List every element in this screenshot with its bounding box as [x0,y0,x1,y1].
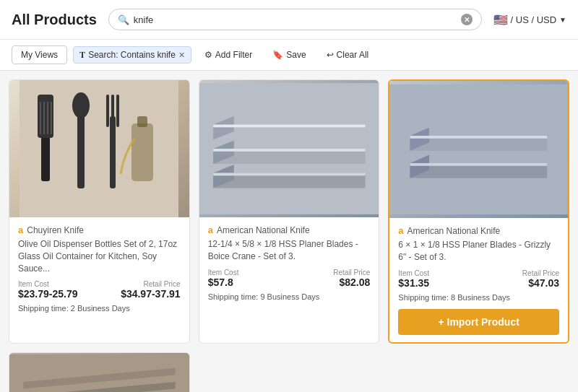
product-image [389,81,568,218]
import-product-button[interactable]: + Import Product [398,309,559,335]
svg-rect-28 [410,163,548,166]
product-image-partial [9,353,189,392]
svg-rect-31 [410,136,548,139]
amazon-icon: a [208,225,213,235]
svg-rect-13 [131,123,153,181]
filter-chip-label: Search: Contains knife [88,50,176,60]
chevron-down-icon: ▼ [559,16,566,24]
svg-rect-12 [116,95,119,127]
svg-point-8 [72,92,90,118]
pricing-row: Item Cost $23.79-25.79 Retail Price $34.… [18,280,181,300]
search-input[interactable] [134,14,457,25]
item-cost-value: $57.8 [208,276,239,288]
add-filter-button[interactable]: ⚙ Add Filter [197,46,259,64]
amazon-icon: a [18,225,23,235]
filter-chip[interactable]: 𝐓 Search: Contains knife ✕ [73,46,191,64]
item-cost-label: Item Cost [208,269,239,276]
locale-selector[interactable]: 🇺🇸 / US / USD ▼ [493,13,566,27]
locale-label: / US / USD [511,14,557,25]
svg-rect-18 [213,173,365,175]
retail-price-value: $47.03 [522,277,559,289]
pricing-row: Item Cost $57.8 Retail Price $82.08 [208,269,371,288]
filter-chip-icon: 𝐓 [79,50,85,60]
retail-price-label: Retail Price [121,280,181,288]
retail-price-col: Retail Price $47.03 [522,269,559,289]
product-source: a American National Knife [208,225,371,235]
filter-chip-close-icon[interactable]: ✕ [178,51,185,60]
search-bar: 🔍 ✕ [108,9,482,30]
retail-price-label: Retail Price [522,269,559,277]
product-card-partial [9,352,190,392]
item-cost-label: Item Cost [18,280,78,288]
product-title: 12-1/4 × 5/8 × 1/8 HSS Planer Blades - B… [208,238,371,263]
clear-all-button[interactable]: ↩ Clear All [319,46,376,64]
product-info: a American National Knife 12-1/4 × 5/8 ×… [199,217,379,308]
save-icon: 🔖 [272,50,283,60]
search-icon: 🔍 [118,14,129,25]
product-card-selected: a American National Knife 6 × 1 × 1/8 HS… [388,79,569,344]
product-info: a American National Knife 6 × 1 × 1/8 HS… [389,218,568,342]
source-name: Chuyiren Knife [27,225,84,235]
my-views-button[interactable]: My Views [12,45,67,64]
product-title: Olive Oil Dispenser Bottles Set of 2, 17… [18,238,181,274]
shipping-info: Shipping time: 9 Business Days [208,292,371,301]
product-source: a American National Knife [398,225,559,236]
svg-rect-10 [106,95,109,127]
svg-rect-11 [111,95,114,127]
app-header: All Products 🔍 ✕ 🇺🇸 / US / USD ▼ [0,0,578,40]
undo-icon: ↩ [327,50,334,60]
save-button[interactable]: 🔖 Save [265,46,313,64]
product-image [199,80,379,217]
shipping-info: Shipping time: 2 Business Days [18,304,181,313]
add-filter-label: Add Filter [215,50,252,60]
amazon-icon: a [398,225,403,236]
item-cost-col: Item Cost $31.35 [398,269,429,289]
flag-icon: 🇺🇸 [493,13,508,27]
search-clear-button[interactable]: ✕ [461,14,473,25]
product-card: a Chuyiren Knife Olive Oil Dispenser Bot… [9,79,190,344]
item-cost-col: Item Cost $23.79-25.79 [18,280,78,300]
pricing-row: Item Cost $31.35 Retail Price $47.03 [398,269,559,289]
retail-price-label: Retail Price [333,269,370,276]
products-grid: a Chuyiren Knife Olive Oil Dispenser Bot… [0,71,578,392]
item-cost-label: Item Cost [398,269,429,277]
shipping-info: Shipping time: 8 Business Days [398,293,559,302]
retail-price-col: Retail Price $82.08 [333,269,370,288]
retail-price-value: $34.97-37.91 [121,288,181,300]
toolbar: My Views 𝐓 Search: Contains knife ✕ ⚙ Ad… [0,40,578,71]
page-title: All Products [12,12,97,28]
retail-price-value: $82.08 [333,276,370,288]
product-image [9,80,189,217]
svg-rect-7 [77,109,85,188]
product-info: a Chuyiren Knife Olive Oil Dispenser Bot… [9,217,189,320]
svg-rect-24 [213,125,365,128]
source-name: American National Knife [217,225,310,235]
source-name: American National Knife [407,226,501,236]
item-cost-col: Item Cost $57.8 [208,269,239,288]
product-source: a Chuyiren Knife [18,225,181,235]
clear-all-label: Clear All [337,50,369,60]
retail-price-col: Retail Price $34.97-37.91 [121,280,181,300]
svg-rect-14 [137,116,147,127]
item-cost-value: $23.79-25.79 [18,288,78,300]
svg-rect-21 [213,149,365,152]
save-label: Save [286,50,306,60]
item-cost-value: $31.35 [398,277,429,289]
product-title: 6 × 1 × 1/8 HSS Planer Blades - Grizzly … [398,239,559,263]
filter-icon: ⚙ [204,50,212,60]
product-card: a American National Knife 12-1/4 × 5/8 ×… [199,79,380,344]
